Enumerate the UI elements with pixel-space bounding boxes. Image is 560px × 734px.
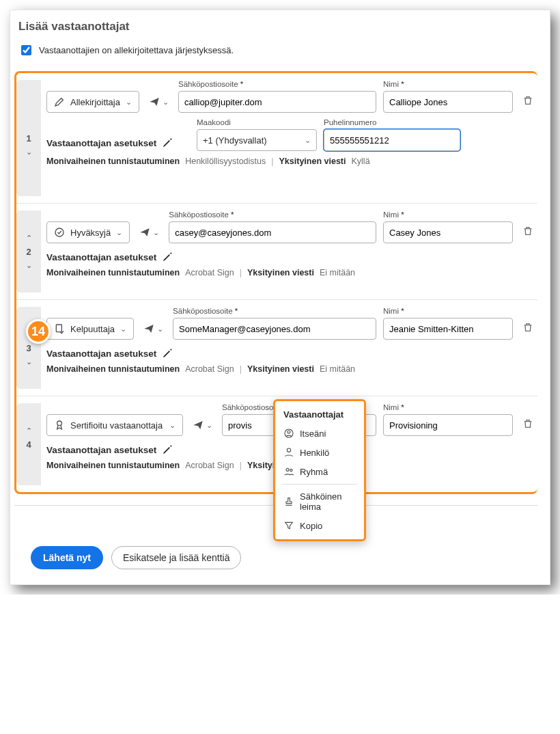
popup-option-stamp[interactable]: Sähköinen leima xyxy=(278,487,361,516)
email-field[interactable] xyxy=(178,91,376,113)
recipient-list-highlight: ⌃ 1 ⌄ Allekirjoittaja ⌄ ⌄ Sähköp xyxy=(14,71,537,494)
chevron-down-icon[interactable]: ⌄ xyxy=(26,148,32,157)
private-msg-key: Yksityinen viesti xyxy=(247,268,314,277)
recipient-row: ⌃ 3 ⌄ Kelpuuttaja ⌄ ⌄ Sähköposti xyxy=(16,300,537,396)
chevron-down-icon: ⌄ xyxy=(169,421,176,430)
role-label: Kelpuuttaja xyxy=(70,324,115,334)
popup-option-myself[interactable]: Itseäni xyxy=(278,424,361,443)
role-selector[interactable]: Kelpuuttaja ⌄ xyxy=(46,318,134,340)
recipient-index: 1 xyxy=(26,133,31,144)
mfa-value: Acrobat Sign xyxy=(185,268,234,277)
chevron-down-icon[interactable]: ⌄ xyxy=(26,261,32,270)
stamp-icon xyxy=(283,496,294,507)
country-code-select[interactable]: +1 (Yhdysvallat) ⌄ xyxy=(197,129,317,151)
mfa-value: Acrobat Sign xyxy=(185,364,234,374)
email-label: Sähköpostiosoite xyxy=(173,307,376,315)
order-checkbox-input[interactable] xyxy=(21,45,31,55)
doc-check-icon xyxy=(54,323,65,334)
name-label: Nimi xyxy=(383,307,513,315)
person-icon xyxy=(283,447,294,458)
edit-icon[interactable] xyxy=(162,137,173,148)
name-label: Nimi xyxy=(383,403,513,411)
name-field[interactable] xyxy=(383,91,513,113)
callout-14: 14 xyxy=(26,319,51,344)
chevron-down-icon: ⌄ xyxy=(305,136,311,145)
send-button[interactable]: Lähetä nyt xyxy=(31,546,103,569)
chevron-down-icon: ⌄ xyxy=(163,98,169,107)
person-circle-icon xyxy=(283,428,294,439)
recipient-settings-label: Vastaanottajan asetukset xyxy=(46,138,156,148)
role-label: Hyväksyjä xyxy=(70,228,111,238)
email-field[interactable] xyxy=(173,318,376,340)
chevron-down-icon[interactable]: ⌄ xyxy=(26,357,32,366)
trash-icon[interactable] xyxy=(522,418,533,429)
name-label: Nimi xyxy=(383,210,513,219)
svg-point-5 xyxy=(287,448,290,452)
page-title: Lisää vastaanottajat xyxy=(18,20,537,33)
mfa-key: Monivaiheinen tunnistautuminen xyxy=(46,157,180,166)
role-label: Sertifioitu vastaanottaja xyxy=(70,420,163,431)
order-checkbox-label: Vastaanottajien on allekirjoitettava jär… xyxy=(39,45,234,55)
trash-icon[interactable] xyxy=(522,226,533,236)
recipient-settings-label: Vastaanottajan asetukset xyxy=(46,445,156,455)
drag-handle[interactable]: ⌃ 1 ⌄ xyxy=(16,80,41,196)
private-msg-value: Ei mitään xyxy=(320,364,355,374)
private-msg-key: Yksityinen viesti xyxy=(279,157,346,166)
chevron-down-icon: ⌄ xyxy=(126,98,132,107)
email-label: Sähköpostiosoite xyxy=(169,210,376,219)
role-selector[interactable]: Hyväksyjä ⌄ xyxy=(46,221,130,243)
chevron-down-icon: ⌄ xyxy=(206,421,212,430)
delivery-selector[interactable]: ⌄ xyxy=(141,318,166,340)
edit-icon[interactable] xyxy=(162,348,173,359)
delivery-selector[interactable]: ⌄ xyxy=(146,91,171,113)
mfa-key: Monivaiheinen tunnistautuminen xyxy=(46,268,180,277)
name-field[interactable] xyxy=(383,221,513,243)
edit-icon[interactable] xyxy=(162,252,173,262)
chevron-up-icon[interactable]: ⌃ xyxy=(26,426,32,435)
send-icon xyxy=(149,96,160,107)
trash-icon[interactable] xyxy=(522,95,533,106)
recipient-index: 3 xyxy=(26,343,31,353)
popup-option-person[interactable]: Henkilö xyxy=(278,443,361,462)
recipient-settings-label: Vastaanottajan asetukset xyxy=(46,252,156,262)
mfa-key: Monivaiheinen tunnistautuminen xyxy=(46,461,180,470)
chevron-up-icon[interactable]: ⌃ xyxy=(26,234,32,243)
email-field[interactable] xyxy=(169,221,376,243)
svg-point-6 xyxy=(286,468,289,471)
sign-in-order-checkbox[interactable]: Vastaanottajien on allekirjoitettava jär… xyxy=(18,43,537,57)
chevron-down-icon: ⌄ xyxy=(116,228,122,237)
phone-label: Puhelinnumero xyxy=(324,118,460,126)
trash-icon[interactable] xyxy=(522,322,533,333)
svg-point-0 xyxy=(55,228,64,236)
name-field[interactable] xyxy=(383,318,513,340)
send-icon xyxy=(139,227,150,238)
delivery-selector[interactable]: ⌄ xyxy=(190,414,215,436)
mfa-value: Henkilöllisyystodistus xyxy=(185,157,266,166)
chevron-down-icon: ⌄ xyxy=(153,228,159,237)
phone-field[interactable] xyxy=(324,129,460,151)
svg-point-2 xyxy=(57,421,62,426)
mfa-key: Monivaiheinen tunnistautuminen xyxy=(46,364,180,374)
chevron-down-icon: ⌄ xyxy=(157,325,163,334)
drag-handle[interactable]: ⌃ 2 ⌄ xyxy=(16,210,41,293)
recipient-type-popup: Vastaanottajat Itseäni Henkilö Ryhmä Säh… xyxy=(273,399,366,541)
popup-option-copy[interactable]: Kopio xyxy=(278,516,361,535)
send-icon xyxy=(193,420,204,431)
svg-point-4 xyxy=(288,431,290,433)
chevron-down-icon: ⌄ xyxy=(120,325,126,334)
edit-icon[interactable] xyxy=(162,444,173,455)
preview-button[interactable]: Esikatsele ja lisää kenttiä xyxy=(111,546,241,569)
recipient-settings-label: Vastaanottajan asetukset xyxy=(46,349,156,359)
name-label: Nimi xyxy=(383,80,513,88)
popup-option-group[interactable]: Ryhmä xyxy=(278,462,361,481)
drag-handle[interactable]: ⌃ 4 ⌄ xyxy=(16,403,41,485)
role-selector[interactable]: Sertifioitu vastaanottaja ⌄ xyxy=(46,414,183,436)
private-msg-value: Kyllä xyxy=(351,157,369,166)
delivery-selector[interactable]: ⌄ xyxy=(137,221,162,243)
name-field[interactable] xyxy=(383,414,513,436)
pen-icon xyxy=(54,96,65,107)
svg-point-7 xyxy=(290,469,292,471)
svg-rect-1 xyxy=(56,325,61,332)
role-selector[interactable]: Allekirjoittaja ⌄ xyxy=(46,91,139,113)
country-code-label: Maakoodi xyxy=(197,118,317,126)
